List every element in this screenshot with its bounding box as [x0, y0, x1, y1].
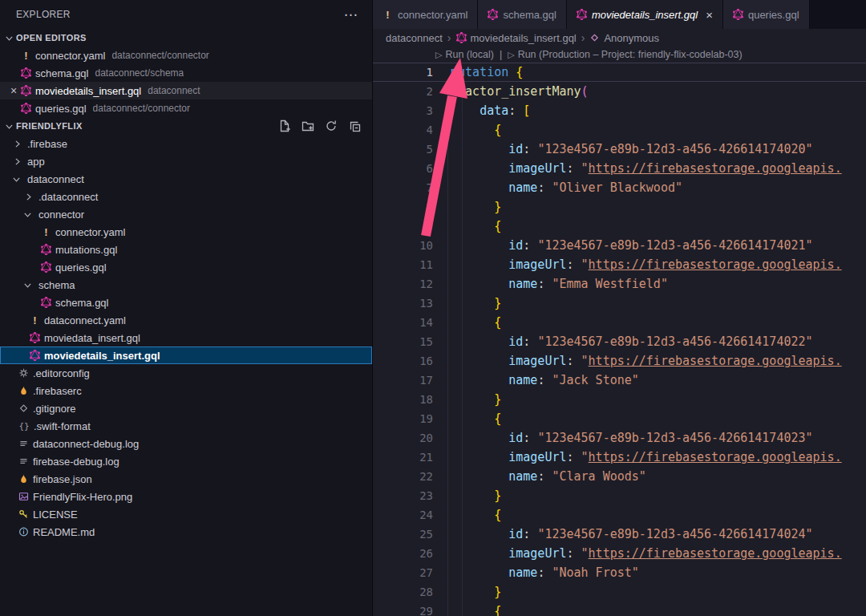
- info-icon: [18, 526, 29, 537]
- graphql-icon: [41, 261, 51, 273]
- tab-label: connector.yaml: [398, 9, 467, 21]
- open-editor-queries.gql[interactable]: queries.gqldataconnect/connector: [0, 99, 372, 117]
- line-content: {: [451, 313, 866, 332]
- run-local-link[interactable]: ▷ Run (local): [435, 49, 494, 60]
- breadcrumb-item-moviedetails_insert.gql[interactable]: moviedetails_insert.gql: [456, 32, 577, 44]
- line-number: 26: [373, 544, 451, 563]
- firebase-flame-icon: [18, 385, 29, 396]
- tree-item-connector.yaml[interactable]: !connector.yaml: [0, 223, 372, 241]
- close-icon[interactable]: ×: [706, 9, 713, 21]
- file-tree: .firebaseappdataconnect.dataconnectconne…: [0, 135, 372, 541]
- line-content: {: [451, 217, 866, 236]
- open-editors-header[interactable]: OPEN EDITORS: [0, 29, 372, 47]
- tree-item-firebase.json[interactable]: firebase.json: [0, 470, 372, 488]
- tree-item-moviedetails_insert.gql[interactable]: moviedetails_insert.gql: [0, 346, 372, 364]
- file-name: firebase.json: [33, 473, 92, 485]
- breadcrumb-item-Anonymous[interactable]: Anonymous: [589, 32, 659, 44]
- git-icon: [18, 403, 29, 414]
- tab-connector.yaml[interactable]: !connector.yaml: [373, 0, 478, 29]
- collapse-all-icon[interactable]: [348, 120, 361, 132]
- line-number: 13: [373, 294, 451, 313]
- breadcrumb-label: Anonymous: [604, 32, 659, 44]
- tree-item-mutations.gql[interactable]: mutations.gql: [0, 241, 372, 258]
- line-content: mutation {: [451, 63, 866, 82]
- breadcrumb-item-dataconnect[interactable]: dataconnect: [386, 32, 443, 44]
- tree-item-.editorconfig[interactable]: .editorconfig: [0, 364, 372, 382]
- tree-item-LICENSE[interactable]: LICENSE: [0, 505, 372, 523]
- line-number: 18: [373, 390, 451, 409]
- line-content: name: "Oliver Blackwood": [451, 178, 866, 197]
- tree-item-.dataconnect[interactable]: .dataconnect: [0, 188, 372, 205]
- line-content: actor_insertMany(: [451, 82, 866, 101]
- line-number: 3: [373, 101, 451, 120]
- line-number: 9: [373, 217, 451, 236]
- graphql-icon: [21, 67, 31, 79]
- line-number: 22: [373, 467, 451, 486]
- warning-icon: !: [41, 226, 51, 238]
- tree-item-FriendlyFlix-Hero.png[interactable]: FriendlyFlix-Hero.png: [0, 488, 372, 505]
- close-icon[interactable]: ×: [6, 85, 21, 96]
- tree-item-app[interactable]: app: [0, 152, 372, 170]
- tab-moviedetails_insert.gql[interactable]: moviedetails_insert.gql×: [567, 0, 723, 29]
- file-name: queries.gql: [55, 261, 107, 274]
- line-number: 10: [373, 236, 451, 255]
- tree-item-connector[interactable]: connector: [0, 205, 372, 223]
- tree-item-schema[interactable]: schema: [0, 276, 372, 294]
- file-name: .firebase: [27, 138, 67, 150]
- tree-item-firebase-debug.log[interactable]: firebase-debug.log: [0, 452, 372, 470]
- new-folder-icon[interactable]: [301, 120, 314, 132]
- tab-queries.gql[interactable]: queries.gql: [723, 0, 810, 29]
- license-key-icon: [18, 509, 29, 520]
- line-content: id: "123e4567-e89b-12d3-a456-42661417402…: [451, 525, 866, 544]
- file-name: .swift-format: [34, 420, 91, 432]
- tree-item-dataconnect.yaml[interactable]: !dataconnect.yaml: [0, 311, 372, 329]
- open-editor-moviedetails_insert.gql[interactable]: ×moviedetails_insert.gqldataconnect: [0, 82, 372, 99]
- tree-item-.swift-format[interactable]: {}.swift-format: [0, 417, 372, 435]
- tree-item-.firebaserc[interactable]: .firebaserc: [0, 382, 372, 399]
- tab-schema.gql[interactable]: schema.gql: [478, 0, 566, 29]
- open-editors-list: !connector.yamldataconnect/connectorsche…: [0, 47, 372, 117]
- new-file-icon[interactable]: [278, 120, 291, 132]
- workspace-header[interactable]: FRIENDLYFLIX: [0, 117, 372, 135]
- refresh-icon[interactable]: [325, 120, 338, 132]
- file-name: moviedetails_insert.gql: [44, 350, 160, 362]
- play-icon: ▷: [435, 50, 442, 60]
- file-name: schema: [38, 279, 75, 291]
- more-actions-icon[interactable]: ⋯: [344, 8, 358, 22]
- tree-item-dataconnect[interactable]: dataconnect: [0, 170, 372, 188]
- tree-item-README.md[interactable]: README.md: [0, 523, 372, 541]
- line-content: data: [: [451, 101, 866, 120]
- line-number: 7: [373, 178, 451, 197]
- run-production-label: Run (Production – Project: friendly-flix…: [518, 49, 743, 60]
- tree-item-queries.gql[interactable]: queries.gql: [0, 258, 372, 276]
- braces-icon: {}: [18, 421, 30, 432]
- file-name: schema.gql: [35, 67, 88, 79]
- run-production-link[interactable]: ▷ Run (Production – Project: friendly-fl…: [508, 49, 742, 60]
- line-content: id: "123e4567-e89b-12d3-a456-42661417402…: [451, 140, 866, 159]
- code-editor[interactable]: 1mutation {2 actor_insertMany(3 data: [4…: [373, 63, 866, 616]
- open-editor-connector.yaml[interactable]: !connector.yamldataconnect/connector: [0, 47, 372, 64]
- image-icon: [18, 491, 29, 502]
- file-name: dataconnect: [27, 173, 84, 185]
- sidebar-title-bar: EXPLORER ⋯: [0, 0, 372, 29]
- line-content: imageUrl: "https://firebasestorage.googl…: [451, 544, 866, 563]
- log-file-icon: [18, 456, 29, 467]
- line-content: }: [451, 294, 866, 313]
- tree-item-.firebase[interactable]: .firebase: [0, 135, 372, 152]
- code-line-1[interactable]: 1mutation {: [373, 63, 866, 82]
- tree-item-schema.gql[interactable]: schema.gql: [0, 294, 372, 311]
- explorer-sidebar: EXPLORER ⋯ OPEN EDITORS !connector.yamld…: [0, 0, 373, 616]
- line-number: 25: [373, 525, 451, 544]
- line-content: name: "Clara Woods": [451, 467, 866, 486]
- line-content: {: [451, 409, 866, 428]
- graphql-icon: [30, 350, 40, 361]
- play-icon: ▷: [508, 50, 514, 60]
- file-name: .editorconfig: [33, 367, 90, 379]
- tree-item-.gitignore[interactable]: .gitignore: [0, 399, 372, 417]
- explorer-title: EXPLORER: [16, 9, 71, 20]
- tree-item-moviedata_insert.gql[interactable]: moviedata_insert.gql: [0, 329, 372, 346]
- open-editor-schema.gql[interactable]: schema.gqldataconnect/schema: [0, 64, 372, 82]
- editor-area: !connector.yamlschema.gqlmoviedetails_in…: [373, 0, 866, 616]
- file-name: connector.yaml: [55, 226, 125, 238]
- tree-item-dataconnect-debug.log[interactable]: dataconnect-debug.log: [0, 435, 372, 452]
